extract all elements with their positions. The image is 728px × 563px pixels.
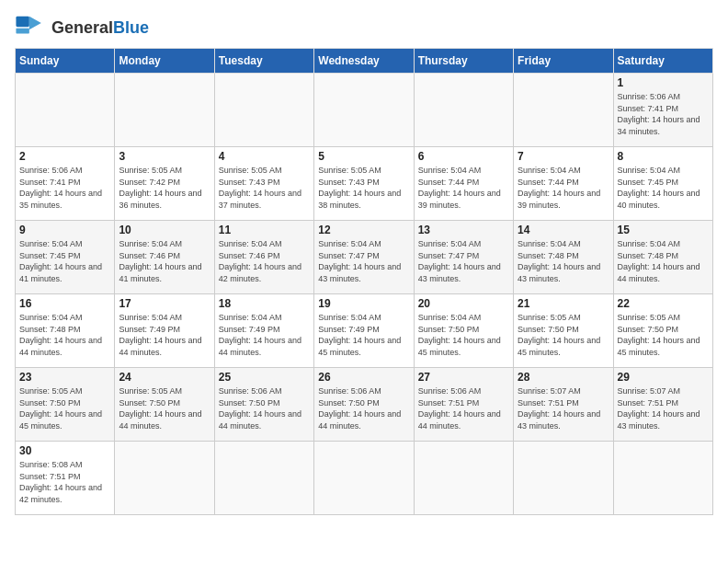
header-row: SundayMondayTuesdayWednesdayThursdayFrid… (16, 49, 713, 74)
day-cell: 21Sunrise: 5:05 AM Sunset: 7:50 PM Dayli… (514, 294, 613, 368)
day-cell: 12Sunrise: 5:04 AM Sunset: 7:47 PM Dayli… (314, 221, 414, 294)
week-row-4: 16Sunrise: 5:04 AM Sunset: 7:48 PM Dayli… (16, 294, 713, 368)
day-number: 8 (618, 150, 709, 163)
day-cell: 24Sunrise: 5:05 AM Sunset: 7:50 PM Dayli… (115, 368, 214, 442)
day-number: 12 (318, 224, 409, 236)
day-number: 20 (418, 297, 509, 310)
day-info: Sunrise: 5:06 AM Sunset: 7:41 PM Dayligh… (618, 91, 709, 137)
day-info: Sunrise: 5:05 AM Sunset: 7:42 PM Dayligh… (119, 165, 210, 211)
day-info: Sunrise: 5:06 AM Sunset: 7:51 PM Dayligh… (418, 385, 509, 431)
day-info: Sunrise: 5:04 AM Sunset: 7:50 PM Dayligh… (418, 312, 509, 358)
day-number: 2 (19, 150, 110, 163)
svg-rect-2 (16, 29, 28, 34)
day-info: Sunrise: 5:04 AM Sunset: 7:48 PM Dayligh… (19, 312, 110, 358)
day-cell (214, 74, 313, 147)
day-info: Sunrise: 5:06 AM Sunset: 7:41 PM Dayligh… (19, 165, 110, 211)
day-cell (214, 442, 313, 515)
day-info: Sunrise: 5:04 AM Sunset: 7:47 PM Dayligh… (418, 238, 509, 284)
logo-text: GeneralBlue (51, 18, 149, 38)
day-cell: 29Sunrise: 5:07 AM Sunset: 7:51 PM Dayli… (613, 368, 712, 442)
day-cell: 16Sunrise: 5:04 AM Sunset: 7:48 PM Dayli… (16, 294, 115, 368)
day-info: Sunrise: 5:05 AM Sunset: 7:50 PM Dayligh… (518, 312, 609, 358)
day-number: 13 (418, 224, 509, 236)
day-cell: 13Sunrise: 5:04 AM Sunset: 7:47 PM Dayli… (414, 221, 513, 294)
week-row-3: 9Sunrise: 5:04 AM Sunset: 7:45 PM Daylig… (16, 221, 713, 294)
header-cell-monday: Monday (115, 49, 214, 74)
day-number: 27 (418, 371, 509, 384)
day-info: Sunrise: 5:04 AM Sunset: 7:46 PM Dayligh… (119, 238, 210, 284)
day-info: Sunrise: 5:08 AM Sunset: 7:51 PM Dayligh… (19, 459, 110, 505)
day-number: 14 (518, 224, 609, 236)
day-cell: 20Sunrise: 5:04 AM Sunset: 7:50 PM Dayli… (414, 294, 513, 368)
day-number: 19 (318, 297, 409, 310)
day-number: 29 (618, 371, 709, 384)
week-row-5: 23Sunrise: 5:05 AM Sunset: 7:50 PM Dayli… (16, 368, 713, 442)
day-cell: 10Sunrise: 5:04 AM Sunset: 7:46 PM Dayli… (115, 221, 214, 294)
day-info: Sunrise: 5:06 AM Sunset: 7:50 PM Dayligh… (219, 385, 310, 431)
svg-rect-0 (16, 17, 28, 28)
calendar-table: SundayMondayTuesdayWednesdayThursdayFrid… (15, 48, 713, 515)
calendar-body: 1Sunrise: 5:06 AM Sunset: 7:41 PM Daylig… (16, 74, 713, 515)
day-info: Sunrise: 5:05 AM Sunset: 7:50 PM Dayligh… (618, 312, 709, 358)
day-cell: 17Sunrise: 5:04 AM Sunset: 7:49 PM Dayli… (115, 294, 214, 368)
day-cell: 15Sunrise: 5:04 AM Sunset: 7:48 PM Dayli… (613, 221, 712, 294)
day-cell: 22Sunrise: 5:05 AM Sunset: 7:50 PM Dayli… (613, 294, 712, 368)
day-number: 24 (119, 371, 210, 384)
day-cell (414, 442, 513, 515)
day-cell: 28Sunrise: 5:07 AM Sunset: 7:51 PM Dayli… (514, 368, 613, 442)
header-cell-wednesday: Wednesday (314, 49, 414, 74)
day-number: 6 (418, 150, 509, 163)
day-info: Sunrise: 5:04 AM Sunset: 7:45 PM Dayligh… (19, 238, 110, 284)
day-number: 3 (119, 150, 210, 163)
day-number: 18 (219, 297, 310, 310)
day-cell: 1Sunrise: 5:06 AM Sunset: 7:41 PM Daylig… (613, 74, 712, 147)
day-number: 11 (219, 224, 310, 236)
day-info: Sunrise: 5:04 AM Sunset: 7:47 PM Dayligh… (318, 238, 409, 284)
day-number: 22 (618, 297, 709, 310)
header-cell-tuesday: Tuesday (214, 49, 313, 74)
day-number: 7 (518, 150, 609, 163)
day-cell: 4Sunrise: 5:05 AM Sunset: 7:43 PM Daylig… (214, 147, 313, 221)
day-info: Sunrise: 5:06 AM Sunset: 7:50 PM Dayligh… (318, 385, 409, 431)
day-info: Sunrise: 5:07 AM Sunset: 7:51 PM Dayligh… (518, 385, 609, 431)
day-cell: 23Sunrise: 5:05 AM Sunset: 7:50 PM Dayli… (16, 368, 115, 442)
day-number: 1 (618, 76, 709, 89)
day-info: Sunrise: 5:04 AM Sunset: 7:45 PM Dayligh… (618, 165, 709, 211)
day-info: Sunrise: 5:05 AM Sunset: 7:50 PM Dayligh… (119, 385, 210, 431)
day-number: 5 (318, 150, 409, 163)
day-number: 21 (518, 297, 609, 310)
day-info: Sunrise: 5:04 AM Sunset: 7:48 PM Dayligh… (518, 238, 609, 284)
day-info: Sunrise: 5:04 AM Sunset: 7:44 PM Dayligh… (518, 165, 609, 211)
day-cell (414, 74, 513, 147)
day-cell (115, 442, 214, 515)
day-cell: 27Sunrise: 5:06 AM Sunset: 7:51 PM Dayli… (414, 368, 513, 442)
day-info: Sunrise: 5:05 AM Sunset: 7:50 PM Dayligh… (19, 385, 110, 431)
day-cell (613, 442, 712, 515)
day-cell: 6Sunrise: 5:04 AM Sunset: 7:44 PM Daylig… (414, 147, 513, 221)
header: GeneralBlue (15, 15, 713, 40)
day-info: Sunrise: 5:04 AM Sunset: 7:49 PM Dayligh… (219, 312, 310, 358)
day-cell: 2Sunrise: 5:06 AM Sunset: 7:41 PM Daylig… (16, 147, 115, 221)
day-cell: 18Sunrise: 5:04 AM Sunset: 7:49 PM Dayli… (214, 294, 313, 368)
week-row-6: 30Sunrise: 5:08 AM Sunset: 7:51 PM Dayli… (16, 442, 713, 515)
day-number: 28 (518, 371, 609, 384)
day-info: Sunrise: 5:05 AM Sunset: 7:43 PM Dayligh… (318, 165, 409, 211)
day-cell: 8Sunrise: 5:04 AM Sunset: 7:45 PM Daylig… (613, 147, 712, 221)
day-cell: 19Sunrise: 5:04 AM Sunset: 7:49 PM Dayli… (314, 294, 414, 368)
day-info: Sunrise: 5:04 AM Sunset: 7:49 PM Dayligh… (318, 312, 409, 358)
day-cell: 26Sunrise: 5:06 AM Sunset: 7:50 PM Dayli… (314, 368, 414, 442)
day-info: Sunrise: 5:04 AM Sunset: 7:48 PM Dayligh… (618, 238, 709, 284)
day-number: 26 (318, 371, 409, 384)
day-info: Sunrise: 5:05 AM Sunset: 7:43 PM Dayligh… (219, 165, 310, 211)
header-cell-saturday: Saturday (613, 49, 712, 74)
day-cell: 14Sunrise: 5:04 AM Sunset: 7:48 PM Dayli… (514, 221, 613, 294)
logo: GeneralBlue (15, 15, 149, 40)
day-number: 30 (19, 444, 110, 457)
day-cell: 7Sunrise: 5:04 AM Sunset: 7:44 PM Daylig… (514, 147, 613, 221)
header-cell-friday: Friday (514, 49, 613, 74)
day-cell (115, 74, 214, 147)
day-info: Sunrise: 5:04 AM Sunset: 7:49 PM Dayligh… (119, 312, 210, 358)
day-number: 16 (19, 297, 110, 310)
header-cell-sunday: Sunday (16, 49, 115, 74)
week-row-2: 2Sunrise: 5:06 AM Sunset: 7:41 PM Daylig… (16, 147, 713, 221)
